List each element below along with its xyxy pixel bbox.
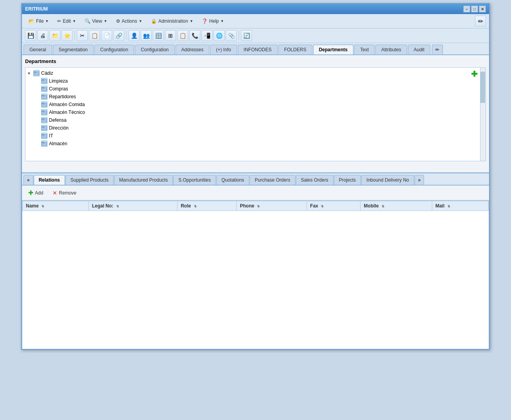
link-button[interactable]: 🔗: [113, 30, 124, 41]
window-title: ERITRIUM: [25, 6, 48, 12]
bottom-nav-prev[interactable]: «: [24, 175, 33, 185]
window-controls: – □ ✕: [463, 5, 486, 13]
menu-view[interactable]: 🔍 View ▼: [81, 17, 111, 25]
folder-icon: [41, 141, 47, 147]
tree-scroll-thumb[interactable]: [480, 72, 485, 103]
bottom-tab-projects[interactable]: Projects: [334, 175, 361, 185]
bottom-tab-relations[interactable]: Relations: [34, 175, 65, 185]
department-tree[interactable]: ▼ Cádiz Limpieza Compras: [25, 67, 486, 161]
col-mobile[interactable]: Mobile ⇅: [361, 201, 432, 211]
tab-general[interactable]: General: [24, 45, 52, 54]
svg-rect-17: [42, 103, 44, 104]
tree-scrollbar[interactable]: [480, 68, 486, 161]
cut-button[interactable]: ✂: [77, 30, 88, 41]
close-button[interactable]: ✕: [479, 5, 486, 13]
tree-node-almacen-comida[interactable]: Almacén Comida: [27, 101, 484, 108]
menubar: 📂 File ▼ ✏ Edit ▼ 🔍 View ▼ ⚙ Actions ▼ 🔒…: [22, 14, 489, 29]
col-phone[interactable]: Phone ⇅: [237, 201, 307, 211]
tree-node-cadiz[interactable]: ▼ Cádiz: [27, 69, 484, 77]
menu-edit[interactable]: ✏ Edit ▼: [54, 17, 80, 25]
tab-info[interactable]: (+) Info: [210, 45, 237, 54]
remove-relation-button[interactable]: ✕ Remove: [49, 188, 80, 198]
svg-rect-9: [42, 87, 44, 88]
col-legal-no[interactable]: Legal No: ⇅: [89, 201, 178, 211]
direccion-label: Dirección: [49, 125, 69, 131]
sort-arrows-mail: ⇅: [448, 205, 450, 208]
bottom-tab-manufactured-products[interactable]: Manufactured Products: [114, 175, 173, 185]
menu-help[interactable]: ❓ Help ▼: [198, 17, 228, 25]
chevron-down-icon: ▼: [104, 19, 107, 23]
tab-attributes[interactable]: Attributes: [375, 45, 407, 54]
phone-in-button[interactable]: 📞: [189, 30, 200, 41]
tree-node-direccion[interactable]: Dirección: [27, 124, 484, 132]
bottom-tab-sales-orders[interactable]: Sales Orders: [296, 175, 333, 185]
list-button[interactable]: 📋: [177, 30, 188, 41]
bottom-nav-next[interactable]: »: [415, 175, 424, 185]
bottom-tab-inbound-delivery[interactable]: Inbound Delivery No: [361, 175, 414, 185]
tab-segmentation[interactable]: Segmentation: [53, 45, 94, 54]
bottom-panel: « Relations Supplied Products Manufactur…: [22, 173, 489, 349]
relations-table-area: Name ⇅ Legal No: ⇅ Role ⇅ Phone ⇅ Fax ⇅ …: [22, 200, 489, 349]
tree-node-repartidores[interactable]: Repartidores: [27, 93, 484, 101]
paste-button[interactable]: 📄: [101, 30, 112, 41]
tree-node-compras[interactable]: Compras: [27, 85, 484, 93]
table-header-row: Name ⇅ Legal No: ⇅ Role ⇅ Phone ⇅ Fax ⇅ …: [23, 201, 489, 211]
menu-administration[interactable]: 🔒 Administration ▼: [147, 17, 197, 25]
tab-extra-button[interactable]: ✏: [432, 45, 443, 54]
expand-icon-cadiz[interactable]: ▼: [27, 71, 33, 76]
folder-button[interactable]: 📁: [49, 30, 60, 41]
add-department-button[interactable]: ✚: [471, 69, 478, 79]
calc-button[interactable]: 🔢: [153, 30, 164, 41]
tree-node-defensa[interactable]: Defensa: [27, 116, 484, 124]
menu-actions[interactable]: ⚙ Actions ▼: [112, 17, 146, 25]
refresh-button[interactable]: 🔄: [241, 30, 252, 41]
attachment-button[interactable]: 📎: [226, 30, 237, 41]
tree-node-almacen-tecnico[interactable]: Almacén Técnico: [27, 108, 484, 116]
tab-addresses[interactable]: Addresses: [176, 45, 210, 54]
tab-folders[interactable]: FOLDERS: [278, 45, 312, 54]
copy-button[interactable]: 📋: [89, 30, 100, 41]
col-fax[interactable]: Fax ⇅: [307, 201, 361, 211]
tab-text[interactable]: Text: [354, 45, 375, 54]
maximize-button[interactable]: □: [471, 5, 478, 13]
edit-pencil-button[interactable]: ✏: [475, 16, 486, 27]
save-button[interactable]: 💾: [25, 30, 36, 41]
bottom-tab-purchase-orders[interactable]: Purchase Orders: [250, 175, 295, 185]
title-bar: ERITRIUM – □ ✕: [22, 4, 489, 14]
grid-button[interactable]: ⊞: [165, 30, 176, 41]
bottom-tab-supplied-products[interactable]: Supplied Products: [65, 175, 114, 185]
bottom-tab-quotations[interactable]: Quotations: [216, 175, 249, 185]
tree-node-limpieza[interactable]: Limpieza: [27, 77, 484, 85]
folder-icon-limpieza: [41, 78, 47, 84]
almacen-comida-label: Almacén Comida: [49, 102, 85, 107]
tree-node-almacen[interactable]: Almacén: [27, 140, 484, 148]
tree-node-it[interactable]: IT: [27, 132, 484, 140]
menu-file[interactable]: 📂 File ▼: [25, 17, 52, 25]
bottom-tab-sopportunities[interactable]: S.Opportunities: [173, 175, 216, 185]
relations-table-body: [23, 211, 489, 328]
globe-button[interactable]: 🌐: [214, 30, 225, 41]
group-button[interactable]: 👥: [141, 30, 152, 41]
tab-configuration-2[interactable]: Configuration: [135, 45, 174, 54]
col-mail[interactable]: Mail ⇅: [432, 201, 488, 211]
contact-button[interactable]: 👤: [129, 30, 140, 41]
tab-departments[interactable]: Departments: [313, 45, 353, 54]
print-button[interactable]: 🖨: [37, 30, 48, 41]
chevron-down-icon: ▼: [72, 19, 76, 23]
col-role[interactable]: Role ⇅: [178, 201, 237, 211]
minimize-button[interactable]: –: [463, 5, 470, 13]
bottom-tab-bar: « Relations Supplied Products Manufactur…: [22, 173, 489, 186]
bookmark-button[interactable]: ⭐: [62, 30, 72, 41]
edit-icon: ✏: [57, 18, 61, 24]
tab-configuration-1[interactable]: Configuration: [94, 45, 134, 54]
separator-2: [126, 31, 127, 40]
phone-out-button[interactable]: 📲: [201, 30, 212, 41]
tab-audit[interactable]: Audit: [408, 45, 430, 54]
add-relation-button[interactable]: ✚ Add: [25, 188, 46, 198]
sort-arrows-mobile: ⇅: [382, 205, 384, 208]
sort-arrows-fax: ⇅: [321, 205, 324, 208]
svg-rect-13: [42, 95, 44, 96]
tab-infonodes[interactable]: INFONODES: [238, 45, 277, 54]
relations-table: Name ⇅ Legal No: ⇅ Role ⇅ Phone ⇅ Fax ⇅ …: [22, 201, 489, 328]
col-name[interactable]: Name ⇅: [23, 201, 89, 211]
